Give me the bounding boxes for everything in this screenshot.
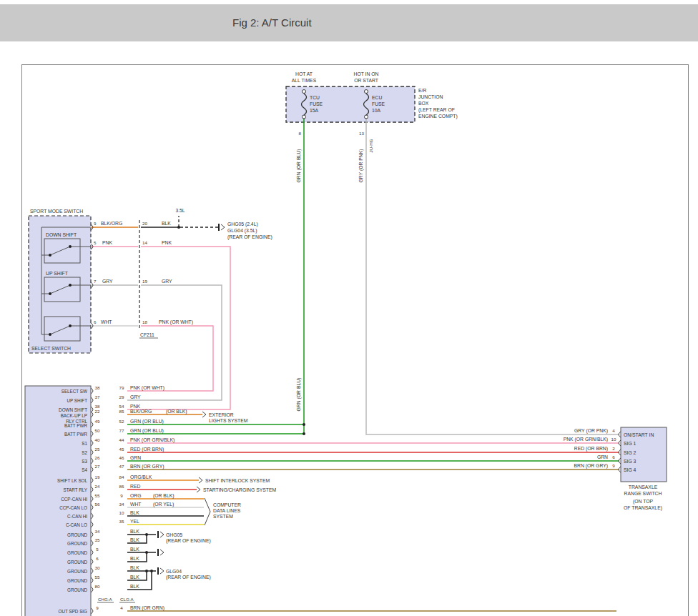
pin-number: 4	[612, 428, 615, 433]
tcu-row-label: SHIFT LK SOL	[57, 478, 87, 483]
hot-label-1: HOT AT	[295, 71, 313, 76]
pin-number: 9	[612, 463, 615, 468]
fuse-tcu-rating: 15A	[310, 108, 319, 113]
pin-number: 45	[119, 447, 124, 452]
wire-color-label: WHT	[101, 319, 112, 324]
ground-id-label: GHG05 (2.4L)	[227, 222, 258, 227]
connector-id-chg: CHG:A	[98, 597, 112, 602]
wire-color-label: BRN (OR GRY)	[574, 463, 608, 469]
pin-number: 24	[95, 484, 100, 489]
wire-color-label: BLK	[130, 529, 139, 534]
wire-color-label: RED	[130, 484, 140, 489]
pin-number: 14	[142, 240, 147, 245]
pin-number: 86	[119, 484, 124, 489]
pin-number: 26	[95, 455, 100, 460]
tcu-row-label: GROUND	[67, 587, 87, 592]
pin-number: 44	[119, 437, 124, 442]
pin-number: 27	[95, 464, 100, 469]
wire-color-label: GRY (OR PNK)	[574, 428, 608, 434]
pin-number: 5	[96, 547, 99, 552]
tcu-row-label: DOWN SHIFT	[59, 407, 87, 412]
fuse-tcu-label2: FUSE	[310, 101, 323, 106]
tcu-row-label: CCP-CAN LO	[59, 505, 87, 510]
range-switch-terminal: SIG 2	[624, 450, 636, 455]
pin-number: 25	[95, 447, 100, 452]
fuse-terminal	[303, 115, 306, 119]
range-switch-caption: TRANSAXLE	[629, 485, 658, 490]
fuse2-pin: 13	[359, 131, 364, 136]
wire-color-label: GRN	[597, 454, 608, 459]
pin-number: 50	[95, 428, 100, 433]
pin-number: 34	[95, 529, 100, 534]
pin-number: 9	[96, 605, 99, 610]
wire-color-label: WHT	[130, 502, 141, 507]
junction-box-label: E/R	[418, 88, 426, 93]
tcu-row-label: S1	[82, 441, 87, 446]
sport-mode-switch-title: SPORT MODE SWITCH	[30, 209, 83, 214]
junction-box-label2: JUNCTION	[418, 94, 443, 99]
wire-color-label: GRY	[162, 279, 172, 284]
pin-number: 34	[119, 502, 124, 507]
wire-color-label: GRN	[130, 455, 141, 460]
wire-color-label: GRN (OR BLU)	[130, 428, 164, 434]
pin-number: 52	[119, 419, 124, 424]
tcu-row-label: GROUND	[67, 532, 87, 537]
ground-location-label: (REAR OF ENGINE)	[166, 538, 211, 544]
wire-color-label: PNK	[162, 240, 172, 245]
pin-number: 55	[95, 575, 100, 580]
wire-color-alt-label: (OR BLK)	[166, 409, 187, 414]
system-ref-computer-data2: DATA LINES	[213, 508, 241, 513]
diagram-border	[22, 65, 689, 616]
pin-number: 4	[120, 605, 123, 610]
wire-color-label: GRY	[102, 279, 113, 284]
hot-label-1b: ALL TIMES	[292, 78, 317, 83]
wire-color-label: ORG/BLK	[130, 475, 152, 480]
wire-color-label: BLK	[130, 584, 139, 589]
wire-color-label: BLK	[130, 565, 139, 570]
hot-label-2: HOT IN ON	[354, 71, 379, 76]
junction-box-label4: (LEFT REAR OF	[418, 107, 455, 113]
wire-color-label: BRN (OR GRN)	[130, 605, 164, 611]
pin-number: 9	[120, 493, 123, 498]
fuse1-pin: 8	[299, 131, 302, 136]
pin-number: 6	[94, 319, 97, 324]
pin-number: 19	[142, 279, 147, 284]
pin-number: 10	[611, 437, 616, 442]
wire-color-label: PNK (OR WHT)	[159, 319, 193, 325]
wire-color-label: ORG	[130, 493, 141, 498]
pin-number: 38	[95, 404, 100, 409]
range-switch-terminal: SIG 3	[624, 459, 636, 464]
system-ref-exterior-lights: EXTERIOR	[209, 412, 234, 417]
select-switch-label: SELECT SWITCH	[31, 346, 71, 351]
tcu-row-label: S3	[82, 459, 87, 464]
wire-label-grn: GRN (OR BLU)	[296, 149, 302, 183]
fuse-terminal	[365, 115, 368, 119]
range-switch-terminal: ON/START IN	[624, 432, 654, 437]
ground-id-label: GLG04 (3.5L)	[227, 228, 257, 234]
wire-color-label: BLK	[162, 221, 171, 226]
ground-location-label: (REAR OF ENGINE)	[166, 575, 211, 580]
fuse-ecu-rating: 10A	[372, 108, 381, 113]
tcu-row-label: OUT SPD SIG	[59, 609, 88, 614]
pin-number: 46	[119, 455, 124, 460]
tcu-row-label: UP SHIFT	[67, 398, 87, 403]
pin-number: 2	[612, 446, 615, 451]
tcu-row-label: GROUND	[67, 550, 87, 555]
pin-number: 80	[95, 584, 100, 589]
wire-color-label: GRY	[130, 394, 141, 399]
wire-color-label: BLK/ORG	[101, 221, 122, 226]
hot-label-2b: OR START	[354, 78, 378, 83]
tcu-row-label: S4	[82, 467, 87, 472]
pin-number: 6	[96, 556, 99, 561]
tcu-row-label: GROUND	[67, 569, 87, 574]
pin-number: 84	[119, 475, 124, 480]
pin-number: 55	[95, 493, 100, 498]
pin-number: 7	[94, 279, 97, 284]
up-shift-switch-box	[44, 277, 80, 302]
pin-number: 54	[119, 404, 124, 409]
pin-number: 40	[95, 437, 100, 442]
pin-number: 38	[95, 385, 100, 390]
junction-box-label5: ENGINE COMPT)	[418, 114, 458, 119]
pin-number: 6	[612, 454, 615, 459]
ground-location-label: (REAR OF ENGINE)	[227, 234, 272, 240]
